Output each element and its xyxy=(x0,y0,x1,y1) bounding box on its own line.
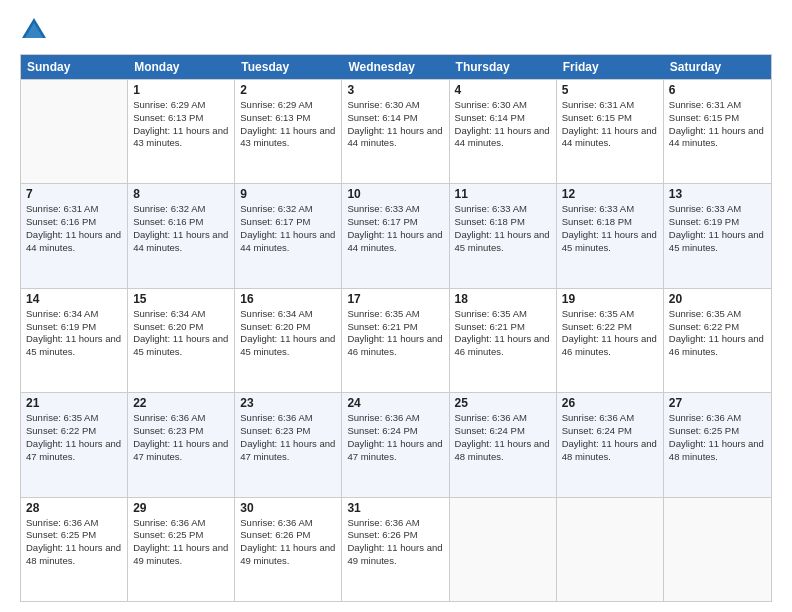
daylight-text: Daylight: 11 hours and 44 minutes. xyxy=(347,125,443,151)
calendar-cell: 29Sunrise: 6:36 AMSunset: 6:25 PMDayligh… xyxy=(128,498,235,601)
calendar-cell: 25Sunrise: 6:36 AMSunset: 6:24 PMDayligh… xyxy=(450,393,557,496)
daylight-text: Daylight: 11 hours and 44 minutes. xyxy=(347,229,443,255)
day-number: 24 xyxy=(347,396,443,410)
daylight-text: Daylight: 11 hours and 44 minutes. xyxy=(240,229,336,255)
calendar-cell: 5Sunrise: 6:31 AMSunset: 6:15 PMDaylight… xyxy=(557,80,664,183)
calendar-cell: 12Sunrise: 6:33 AMSunset: 6:18 PMDayligh… xyxy=(557,184,664,287)
daylight-text: Daylight: 11 hours and 46 minutes. xyxy=(669,333,766,359)
daylight-text: Daylight: 11 hours and 44 minutes. xyxy=(133,229,229,255)
day-number: 25 xyxy=(455,396,551,410)
calendar-header-day: Saturday xyxy=(664,55,771,79)
daylight-text: Daylight: 11 hours and 45 minutes. xyxy=(455,229,551,255)
calendar-cell: 4Sunrise: 6:30 AMSunset: 6:14 PMDaylight… xyxy=(450,80,557,183)
daylight-text: Daylight: 11 hours and 44 minutes. xyxy=(562,125,658,151)
sunset-text: Sunset: 6:24 PM xyxy=(455,425,551,438)
calendar-cell: 31Sunrise: 6:36 AMSunset: 6:26 PMDayligh… xyxy=(342,498,449,601)
daylight-text: Daylight: 11 hours and 48 minutes. xyxy=(669,438,766,464)
sunset-text: Sunset: 6:26 PM xyxy=(347,529,443,542)
sunset-text: Sunset: 6:24 PM xyxy=(347,425,443,438)
day-number: 28 xyxy=(26,501,122,515)
day-number: 18 xyxy=(455,292,551,306)
calendar-cell: 30Sunrise: 6:36 AMSunset: 6:26 PMDayligh… xyxy=(235,498,342,601)
calendar-cell: 9Sunrise: 6:32 AMSunset: 6:17 PMDaylight… xyxy=(235,184,342,287)
day-number: 19 xyxy=(562,292,658,306)
sunset-text: Sunset: 6:22 PM xyxy=(562,321,658,334)
daylight-text: Daylight: 11 hours and 44 minutes. xyxy=(455,125,551,151)
calendar-cell: 2Sunrise: 6:29 AMSunset: 6:13 PMDaylight… xyxy=(235,80,342,183)
calendar-cell: 8Sunrise: 6:32 AMSunset: 6:16 PMDaylight… xyxy=(128,184,235,287)
daylight-text: Daylight: 11 hours and 49 minutes. xyxy=(347,542,443,568)
sunset-text: Sunset: 6:18 PM xyxy=(562,216,658,229)
sunrise-text: Sunrise: 6:31 AM xyxy=(26,203,122,216)
sunset-text: Sunset: 6:16 PM xyxy=(26,216,122,229)
calendar-header: SundayMondayTuesdayWednesdayThursdayFrid… xyxy=(21,55,771,79)
sunset-text: Sunset: 6:25 PM xyxy=(669,425,766,438)
day-number: 10 xyxy=(347,187,443,201)
day-number: 6 xyxy=(669,83,766,97)
day-number: 11 xyxy=(455,187,551,201)
daylight-text: Daylight: 11 hours and 46 minutes. xyxy=(562,333,658,359)
sunrise-text: Sunrise: 6:36 AM xyxy=(347,517,443,530)
daylight-text: Daylight: 11 hours and 48 minutes. xyxy=(26,542,122,568)
day-number: 27 xyxy=(669,396,766,410)
daylight-text: Daylight: 11 hours and 49 minutes. xyxy=(240,542,336,568)
sunrise-text: Sunrise: 6:33 AM xyxy=(347,203,443,216)
day-number: 15 xyxy=(133,292,229,306)
day-number: 21 xyxy=(26,396,122,410)
daylight-text: Daylight: 11 hours and 49 minutes. xyxy=(133,542,229,568)
daylight-text: Daylight: 11 hours and 45 minutes. xyxy=(562,229,658,255)
day-number: 20 xyxy=(669,292,766,306)
daylight-text: Daylight: 11 hours and 45 minutes. xyxy=(669,229,766,255)
calendar-header-day: Wednesday xyxy=(342,55,449,79)
calendar-cell: 18Sunrise: 6:35 AMSunset: 6:21 PMDayligh… xyxy=(450,289,557,392)
sunset-text: Sunset: 6:19 PM xyxy=(26,321,122,334)
daylight-text: Daylight: 11 hours and 47 minutes. xyxy=(240,438,336,464)
daylight-text: Daylight: 11 hours and 45 minutes. xyxy=(240,333,336,359)
daylight-text: Daylight: 11 hours and 47 minutes. xyxy=(26,438,122,464)
sunrise-text: Sunrise: 6:35 AM xyxy=(669,308,766,321)
sunset-text: Sunset: 6:22 PM xyxy=(26,425,122,438)
calendar-cell: 14Sunrise: 6:34 AMSunset: 6:19 PMDayligh… xyxy=(21,289,128,392)
sunrise-text: Sunrise: 6:31 AM xyxy=(562,99,658,112)
day-number: 5 xyxy=(562,83,658,97)
sunrise-text: Sunrise: 6:35 AM xyxy=(455,308,551,321)
sunset-text: Sunset: 6:16 PM xyxy=(133,216,229,229)
daylight-text: Daylight: 11 hours and 45 minutes. xyxy=(26,333,122,359)
sunrise-text: Sunrise: 6:32 AM xyxy=(133,203,229,216)
calendar-cell: 7Sunrise: 6:31 AMSunset: 6:16 PMDaylight… xyxy=(21,184,128,287)
sunset-text: Sunset: 6:19 PM xyxy=(669,216,766,229)
sunset-text: Sunset: 6:13 PM xyxy=(133,112,229,125)
calendar-cell: 27Sunrise: 6:36 AMSunset: 6:25 PMDayligh… xyxy=(664,393,771,496)
day-number: 16 xyxy=(240,292,336,306)
sunrise-text: Sunrise: 6:30 AM xyxy=(455,99,551,112)
daylight-text: Daylight: 11 hours and 45 minutes. xyxy=(133,333,229,359)
calendar-cell: 13Sunrise: 6:33 AMSunset: 6:19 PMDayligh… xyxy=(664,184,771,287)
sunset-text: Sunset: 6:21 PM xyxy=(455,321,551,334)
daylight-text: Daylight: 11 hours and 43 minutes. xyxy=(133,125,229,151)
sunrise-text: Sunrise: 6:35 AM xyxy=(347,308,443,321)
calendar-header-day: Sunday xyxy=(21,55,128,79)
sunset-text: Sunset: 6:26 PM xyxy=(240,529,336,542)
day-number: 14 xyxy=(26,292,122,306)
day-number: 1 xyxy=(133,83,229,97)
calendar-cell: 23Sunrise: 6:36 AMSunset: 6:23 PMDayligh… xyxy=(235,393,342,496)
sunrise-text: Sunrise: 6:32 AM xyxy=(240,203,336,216)
day-number: 3 xyxy=(347,83,443,97)
day-number: 17 xyxy=(347,292,443,306)
calendar-cell: 3Sunrise: 6:30 AMSunset: 6:14 PMDaylight… xyxy=(342,80,449,183)
day-number: 31 xyxy=(347,501,443,515)
calendar-cell: 28Sunrise: 6:36 AMSunset: 6:25 PMDayligh… xyxy=(21,498,128,601)
page: SundayMondayTuesdayWednesdayThursdayFrid… xyxy=(0,0,792,612)
day-number: 26 xyxy=(562,396,658,410)
calendar-row: 7Sunrise: 6:31 AMSunset: 6:16 PMDaylight… xyxy=(21,183,771,287)
sunrise-text: Sunrise: 6:36 AM xyxy=(133,412,229,425)
sunset-text: Sunset: 6:25 PM xyxy=(133,529,229,542)
daylight-text: Daylight: 11 hours and 46 minutes. xyxy=(347,333,443,359)
calendar-row: 14Sunrise: 6:34 AMSunset: 6:19 PMDayligh… xyxy=(21,288,771,392)
calendar: SundayMondayTuesdayWednesdayThursdayFrid… xyxy=(20,54,772,602)
calendar-cell: 1Sunrise: 6:29 AMSunset: 6:13 PMDaylight… xyxy=(128,80,235,183)
sunset-text: Sunset: 6:25 PM xyxy=(26,529,122,542)
sunrise-text: Sunrise: 6:29 AM xyxy=(240,99,336,112)
daylight-text: Daylight: 11 hours and 48 minutes. xyxy=(455,438,551,464)
day-number: 7 xyxy=(26,187,122,201)
